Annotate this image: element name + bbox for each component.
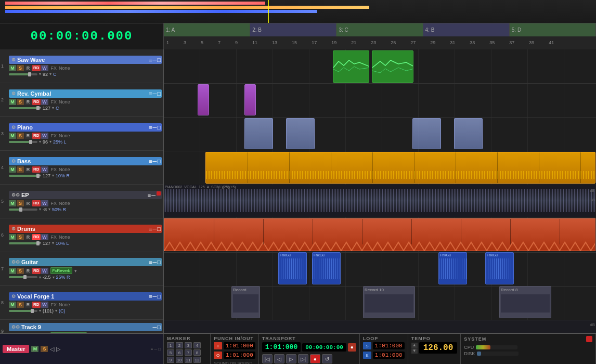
track-name-bar-5[interactable]: ⚙⚙ EP ≡─ <box>9 191 162 199</box>
master-mute-btn[interactable]: M <box>31 346 38 352</box>
clip-t3-1[interactable] <box>244 118 273 149</box>
marker-btn-2[interactable]: 2 <box>176 342 183 348</box>
track9-solo-btn[interactable]: S <box>17 333 24 333</box>
clip-t8-record10[interactable]: Record 10 <box>363 286 415 318</box>
punch-out-btn[interactable]: O <box>214 352 222 359</box>
track4-vol-slider[interactable] <box>9 175 37 177</box>
track-name-bar-2[interactable]: ⚙ Rev. Cymbal ≡─□ <box>9 89 162 98</box>
ruler-section-d[interactable]: 5: D <box>510 23 596 36</box>
track3-read-btn[interactable]: R <box>24 133 32 139</box>
clip-t6-drums[interactable] <box>164 218 595 251</box>
track1-mute-btn[interactable]: M <box>9 65 16 71</box>
track6-vol-slider[interactable] <box>9 242 37 244</box>
clip-t3-2[interactable] <box>286 118 315 149</box>
track8-write-btn[interactable]: W <box>41 302 48 308</box>
track8-rd-btn[interactable]: RD <box>32 302 41 308</box>
loop-start-btn[interactable]: S <box>363 342 371 349</box>
master-button[interactable]: Master <box>3 345 29 353</box>
track2-rd-btn[interactable]: RD <box>32 99 41 105</box>
back-btn[interactable]: ◁ <box>274 354 284 363</box>
track3-vol-slider[interactable] <box>9 141 37 143</box>
track9-mute-btn[interactable]: M <box>9 333 16 333</box>
track5-write-btn[interactable]: W <box>41 200 48 206</box>
marker-btn-4[interactable]: 4 <box>193 342 201 348</box>
track3-rd-btn[interactable]: RD <box>32 133 41 139</box>
punch-in-btn[interactable]: I <box>214 342 222 349</box>
clip-t7-2[interactable]: FnkGu <box>312 252 341 284</box>
play-btn[interactable]: ▷ <box>286 354 296 363</box>
track-name-bar-8[interactable]: ⚙ Vocal Forge 1 ≡─□ <box>9 292 162 301</box>
arrangement-area[interactable]: PIANO002_VOCAL_125_A_SC3(L){25}(+5) dB -… <box>164 49 596 333</box>
track2-vol-thumb[interactable] <box>36 106 40 110</box>
track7-vol-thumb[interactable] <box>23 275 27 279</box>
track4-mute-btn[interactable]: M <box>9 166 16 173</box>
clip-t1-2[interactable] <box>372 50 413 83</box>
marker-btn-10[interactable]: 10 <box>176 357 183 363</box>
clip-t2-1[interactable] <box>198 84 209 115</box>
track5-vol-slider[interactable] <box>9 209 37 211</box>
track6-rd-btn[interactable]: RD <box>32 234 41 240</box>
clip-t5-waveform[interactable]: PIANO002_VOCAL_125_A_SC3(L){25}(+5) dB -… <box>164 185 595 217</box>
clip-t3-3[interactable] <box>412 118 441 149</box>
loop-end-btn[interactable]: E <box>363 352 371 359</box>
track6-write-btn[interactable]: W <box>41 234 48 240</box>
track2-solo-btn[interactable]: S <box>17 99 24 105</box>
timeline-ruler[interactable]: 1: A 2: B 3: C 4: B 5: D 13579 111315171… <box>164 23 596 49</box>
marker-btn-11[interactable]: 11 <box>185 357 192 363</box>
track3-mute-btn[interactable]: M <box>9 133 16 139</box>
clip-t7-4[interactable]: FnkGu <box>485 252 514 284</box>
track1-write-btn[interactable]: W <box>41 65 48 71</box>
track6-solo-btn[interactable]: S <box>17 234 24 240</box>
track1-read-btn[interactable]: R <box>24 65 32 71</box>
track4-vol-thumb[interactable] <box>36 174 40 178</box>
track3-write-btn[interactable]: W <box>41 133 48 139</box>
track4-read-btn[interactable]: R <box>24 166 32 173</box>
track8-mute-btn[interactable]: M <box>9 302 16 308</box>
track8-vol-slider[interactable] <box>9 310 37 312</box>
record-btn[interactable]: ● <box>310 354 320 363</box>
marker-btn-12[interactable]: 12 <box>193 357 201 363</box>
marker-btn-3[interactable]: 3 <box>185 342 192 348</box>
track-name-bar-1[interactable]: ⚙ Saw Wave ≡─□ <box>9 56 162 64</box>
track3-vol-thumb[interactable] <box>29 140 32 144</box>
track6-read-btn[interactable]: R <box>24 234 32 240</box>
track7-solo-btn[interactable]: S <box>17 268 24 274</box>
track7-read-btn[interactable]: R <box>24 268 32 274</box>
track1-vol-slider[interactable] <box>9 73 37 75</box>
track6-mute-btn[interactable]: M <box>9 234 16 240</box>
track5-rd-btn[interactable]: RD <box>32 200 41 206</box>
clip-t4-bass[interactable] <box>205 152 595 184</box>
marker-btn-8[interactable]: 8 <box>193 349 201 356</box>
tempo-value[interactable]: 126.00 <box>419 342 458 354</box>
track-name-bar-9[interactable]: ⚙⚙ Track 9 ─□ <box>9 323 162 331</box>
track5-vol-thumb[interactable] <box>19 207 22 212</box>
clip-t2-2[interactable] <box>244 84 256 115</box>
clip-t8-1[interactable]: Record <box>231 286 260 318</box>
track5-solo-btn[interactable]: S <box>17 200 24 206</box>
clip-t7-1[interactable]: FnkGu <box>278 252 307 284</box>
marker-btn-9[interactable]: 9 <box>167 357 174 363</box>
track2-vol-slider[interactable] <box>9 107 37 109</box>
marker-btn-6[interactable]: 6 <box>176 349 183 356</box>
ruler-section-c[interactable]: 3: C <box>336 23 423 36</box>
track-name-bar-7[interactable]: ⚙⚙ Guitar ≡─□ <box>9 258 162 266</box>
track5-mute-btn[interactable]: M <box>9 200 16 206</box>
track9-read-btn[interactable]: R <box>24 333 32 333</box>
track9-fx-label[interactable]: 6-Roland Groov... <box>50 332 87 333</box>
track7-write-btn[interactable]: W <box>41 268 48 274</box>
track4-solo-btn[interactable]: S <box>17 166 24 173</box>
track2-mute-btn[interactable]: M <box>9 99 16 105</box>
track7-mute-btn[interactable]: M <box>9 268 16 274</box>
track8-solo-btn[interactable]: S <box>17 302 24 308</box>
track7-rd-btn[interactable]: RD <box>32 268 41 274</box>
track5-read-btn[interactable]: R <box>24 200 32 206</box>
marker-btn-7[interactable]: 7 <box>185 349 192 356</box>
loop-btn[interactable]: ↺ <box>322 354 332 363</box>
track9-rd-btn[interactable]: RD <box>32 333 41 333</box>
fast-forward-btn[interactable]: ▷| <box>298 354 308 363</box>
track8-read-btn[interactable]: R <box>24 302 32 308</box>
track-name-bar-6[interactable]: ⚙ Drums ≡─□ <box>9 225 162 233</box>
track1-solo-btn[interactable]: S <box>17 65 24 71</box>
master-solo-btn[interactable]: S <box>41 346 48 352</box>
track8-vol-thumb[interactable] <box>31 309 34 313</box>
